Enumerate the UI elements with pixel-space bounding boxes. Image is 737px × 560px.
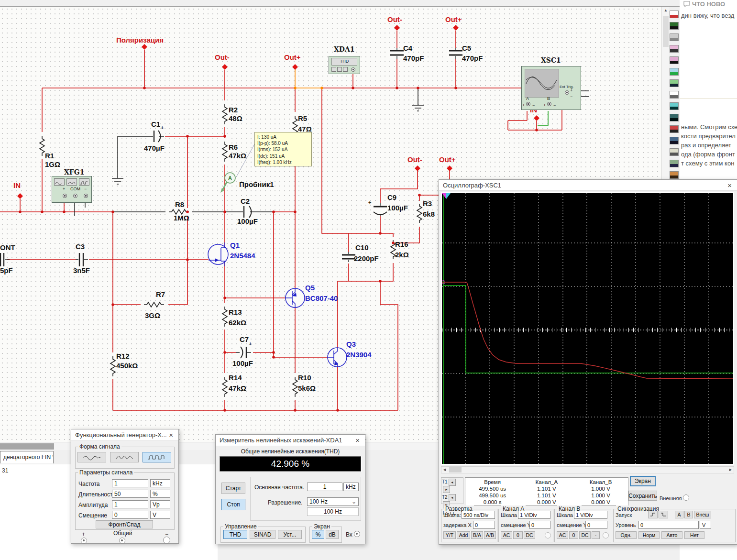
thd-freq-input[interactable] (307, 483, 342, 491)
t1-left-icon[interactable]: ◄ (449, 479, 456, 486)
fg-edge-button[interactable]: Фронт/Спад (96, 520, 153, 528)
scope-save-button[interactable]: Сохранить (628, 491, 657, 501)
net-label-in-left[interactable]: IN (13, 182, 21, 189)
xfg1-com-terminal[interactable] (73, 194, 77, 198)
fg-triangle-button[interactable] (110, 452, 139, 462)
chb-radio[interactable] (603, 532, 609, 538)
fg-close-icon[interactable]: × (167, 431, 175, 439)
label-c4-ref[interactable]: C4 (403, 44, 412, 52)
net-label-out-minus-3[interactable]: Out- (407, 156, 422, 164)
thd-close-icon[interactable]: × (354, 437, 361, 444)
timebase-ba-button[interactable]: B/A (471, 531, 483, 539)
label-xda1-ref[interactable]: XDA1 (334, 45, 355, 53)
label-r10-ref[interactable]: R10 (298, 374, 311, 382)
label-q3-val[interactable]: 2N3904 (346, 351, 372, 359)
fg-frequency-input[interactable] (112, 479, 148, 487)
transistor-q5[interactable] (286, 288, 305, 307)
sync-level-input[interactable] (638, 521, 699, 529)
xfg1-instrument-icon[interactable]: + COM − (52, 176, 92, 203)
xfg1-minus-terminal[interactable] (84, 194, 88, 198)
fg-square-button[interactable] (143, 452, 171, 462)
label-r7-ref[interactable]: R7 (156, 291, 165, 298)
label-q1-ref[interactable]: Q1 (230, 242, 240, 249)
timebase-xdelay-input[interactable] (473, 521, 495, 529)
horizontal-scroll-thumb[interactable] (0, 443, 54, 450)
thd-thd-button[interactable]: THD (223, 530, 247, 539)
scope-cursor-t2-icon[interactable] (446, 193, 451, 199)
thd-start-button[interactable]: Старт (221, 483, 245, 494)
trigger-a-button[interactable]: A (675, 511, 683, 518)
sheet-tab-active[interactable]: денцаторного FIN * (0, 451, 54, 463)
label-c1-ref[interactable]: C1 (151, 121, 160, 128)
label-q5-val[interactable]: BC807-40 (305, 295, 338, 302)
instrument-icon[interactable] (670, 45, 679, 53)
instrument-icon[interactable] (670, 114, 679, 121)
whats-new-header[interactable]: ЧТО НОВО (692, 0, 725, 8)
xfg1-plus-terminal[interactable] (63, 194, 67, 198)
trigger-b-button[interactable]: B (684, 511, 693, 518)
label-r6-ref[interactable]: R6 (229, 143, 238, 151)
instrument-icon[interactable] (670, 148, 679, 156)
t1-right-icon[interactable]: ► (443, 486, 450, 493)
label-r2-ref[interactable]: R2 (229, 106, 238, 114)
scope-scroll-thumb[interactable] (449, 467, 462, 472)
label-q1-val[interactable]: 2N5484 (230, 252, 255, 260)
chb-zero-button[interactable]: 0 (569, 531, 578, 539)
fg-plus-radio[interactable] (81, 538, 87, 544)
label-r16-val[interactable]: 2kΩ (395, 251, 409, 259)
label-r8-val[interactable]: 1MΩ (174, 214, 189, 222)
chb-ac-button[interactable]: AC (557, 531, 568, 539)
label-r12-ref[interactable]: R12 (116, 352, 130, 360)
label-c7-val[interactable]: 100µF (232, 360, 253, 367)
thd-input-radio[interactable] (354, 531, 360, 537)
thd-title-bar[interactable]: Измеритель нелинейных искажений-XDA1 × (216, 435, 365, 446)
instrument-icon[interactable] (670, 160, 679, 167)
label-r1-val[interactable]: 1GΩ (45, 161, 60, 168)
label-c9-ref[interactable]: C9 (387, 194, 396, 201)
sync-single-button[interactable]: Одн. (616, 531, 637, 539)
label-c2-val[interactable]: 100µF (237, 218, 258, 225)
thd-resolution-select[interactable]: 100 Hz ⌄ (307, 497, 359, 506)
label-r13-val[interactable]: 62kΩ (229, 319, 246, 327)
thd-sinad-button[interactable]: SINAD (250, 530, 275, 539)
label-r3-val[interactable]: 6k8 (423, 210, 435, 218)
scope-scroll-left-icon[interactable]: ◄ (442, 467, 447, 472)
label-c10-ref[interactable]: C10 (355, 244, 369, 252)
fg-amplitude-input[interactable] (112, 500, 148, 508)
label-r10-val[interactable]: 5k6Ω (298, 384, 316, 392)
trigger-ext-button[interactable]: Внеш (694, 511, 711, 518)
instrument-icon[interactable] (670, 79, 679, 87)
chb-scale-input[interactable] (574, 511, 607, 519)
fg-sine-button[interactable] (77, 452, 106, 462)
t2-left-icon[interactable]: ◄ (449, 494, 456, 501)
fg-common-radio[interactable] (119, 538, 125, 544)
instrument-icon[interactable] (670, 171, 679, 179)
scope-scroll-right-icon[interactable]: ► (728, 467, 733, 472)
label-probe-name[interactable]: Пробник1 (239, 181, 274, 188)
transistor-q3[interactable] (328, 348, 347, 367)
label-c2-ref[interactable]: C2 (241, 198, 250, 205)
net-label-out-minus-2[interactable]: Out- (387, 16, 402, 23)
thd-set-button[interactable]: Уст... (278, 530, 302, 539)
net-label-out-minus-1[interactable]: Out- (215, 54, 230, 61)
label-c1-val[interactable]: 470µF (144, 144, 165, 152)
label-r16-ref[interactable]: R16 (395, 241, 408, 248)
xsc1-ext-terminal[interactable] (565, 90, 569, 95)
label-q3-ref[interactable]: Q3 (346, 340, 356, 348)
label-c5-ref[interactable]: C5 (462, 44, 471, 52)
instrument-icon[interactable] (670, 68, 679, 76)
scope-cursor-t1-icon[interactable] (442, 193, 446, 199)
scope-screen-button[interactable]: Экран (630, 476, 656, 486)
label-r6-val[interactable]: 47kΩ (229, 152, 246, 160)
sync-normal-button[interactable]: Норм (638, 531, 660, 539)
label-r14-val[interactable]: 47kΩ (229, 384, 246, 392)
label-c3-val[interactable]: 3n5F (73, 267, 90, 275)
cha-zero-button[interactable]: 0 (513, 531, 523, 539)
label-c10-val[interactable]: 2200pF (354, 255, 379, 263)
net-label-out-plus-1[interactable]: Out+ (284, 54, 301, 61)
fg-minus-radio[interactable] (163, 537, 170, 544)
xsc1-instrument-icon[interactable]: Ext Trig. + − A B + − + − (521, 66, 581, 110)
timebase-add-button[interactable]: Add (457, 531, 470, 539)
transistor-q1[interactable] (208, 242, 228, 266)
label-r12-val[interactable]: 450kΩ (116, 362, 138, 370)
